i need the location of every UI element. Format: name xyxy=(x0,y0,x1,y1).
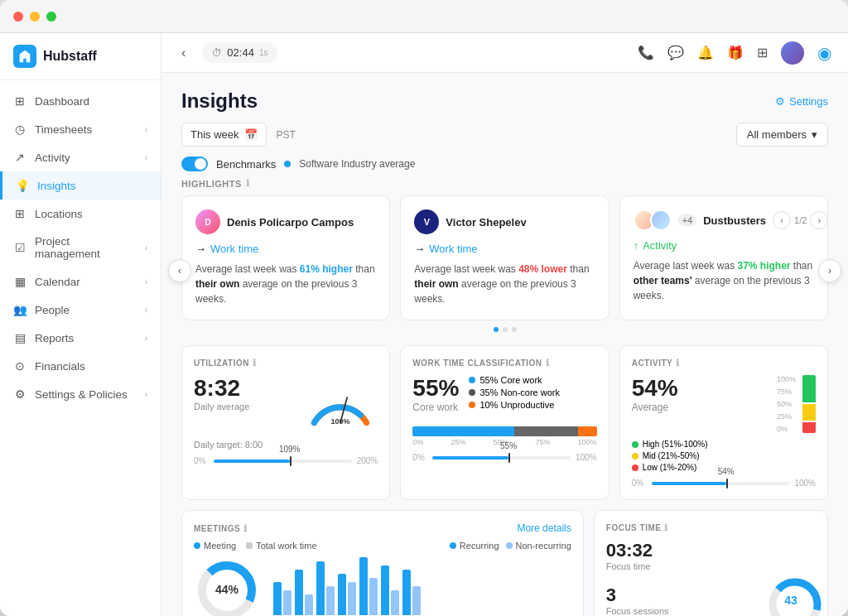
bell-icon[interactable]: 🔔 xyxy=(697,45,714,60)
wtc-label-unproductive: 10% Unproductive xyxy=(479,400,554,410)
activity-bar-high xyxy=(802,375,816,402)
back-button[interactable]: ‹ xyxy=(178,42,189,64)
gift-icon[interactable]: 🎁 xyxy=(727,45,744,60)
users-icon: 👥 xyxy=(13,303,26,316)
metric-arrow-2: → xyxy=(414,243,425,255)
date-filter[interactable]: This week 📅 xyxy=(181,123,267,147)
act-label-mid: Mid (21%-50%) xyxy=(643,451,700,460)
sidebar-item-label: Settings & Policies xyxy=(35,388,137,401)
card-nav: ‹ 1/2 › xyxy=(773,211,828,229)
utilization-sub: Daily average xyxy=(194,402,249,411)
chevron-right-icon: › xyxy=(145,243,147,253)
sidebar-item-settings-policies[interactable]: ⚙ Settings & Policies › xyxy=(0,380,161,408)
timer-display[interactable]: ⏱ 02:44 1s xyxy=(202,42,277,63)
act-dot-high xyxy=(632,441,638,448)
sidebar-item-people[interactable]: 👥 People › xyxy=(0,296,161,324)
progress-track: 109% xyxy=(214,460,352,463)
sidebar-item-label: Timesheets xyxy=(35,123,137,136)
focus-stats: 03:32 Focus time 3 Focus sessions 01:15 … xyxy=(606,540,669,616)
sidebar-item-project-management[interactable]: ☑ Project management › xyxy=(0,228,161,267)
meetings-legend: Meeting Total work time Recurring Non-re… xyxy=(194,541,571,551)
close-button[interactable] xyxy=(13,12,23,22)
sidebar-item-calendar[interactable]: ▦ Calendar › xyxy=(0,267,161,296)
members-filter-label: All members xyxy=(747,128,807,141)
sidebar-item-label: Activity xyxy=(35,152,137,164)
bar-pair-3 xyxy=(316,561,335,615)
benchmarks-toggle[interactable] xyxy=(181,156,208,171)
wtc-axis-100: 100% xyxy=(578,438,597,446)
sidebar-item-activity[interactable]: ↗ Activity › xyxy=(0,143,161,171)
metric-name-1: Work time xyxy=(210,243,258,255)
meetings-info-icon: ℹ xyxy=(243,523,248,534)
dot-3[interactable] xyxy=(512,327,517,332)
svg-text:44%: 44% xyxy=(215,583,239,596)
utilization-progress: 0% 109% 200% xyxy=(194,456,378,465)
apps-icon[interactable]: ⊞ xyxy=(757,45,768,60)
sidebar-item-label: Reports xyxy=(35,332,137,344)
act-dot-low xyxy=(632,464,638,471)
sidebar-item-financials[interactable]: ⊙ Financials xyxy=(0,352,161,380)
card-next-button[interactable]: › xyxy=(810,211,828,229)
members-filter[interactable]: All members ▾ xyxy=(736,123,828,147)
bar-pair-6 xyxy=(381,565,399,615)
bar-recurring-6 xyxy=(381,565,389,615)
wtc-dot-noncore xyxy=(469,389,475,396)
focus-time-label: Focus time xyxy=(606,561,669,571)
phone-icon[interactable]: 📞 xyxy=(638,45,654,60)
sidebar-item-dashboard[interactable]: ⊞ Dashboard xyxy=(0,87,161,115)
bar-nonrecurring-1 xyxy=(283,590,292,615)
carousel-prev-button[interactable]: ‹ xyxy=(168,259,191,282)
calendar-icon: ▦ xyxy=(13,275,26,288)
card-prev-button[interactable]: ‹ xyxy=(773,211,791,229)
utilization-card: UTILIZATION ℹ 8:32 Daily average xyxy=(181,345,390,500)
avatar[interactable] xyxy=(781,41,804,65)
maximize-button[interactable] xyxy=(46,12,56,22)
highlight-text-3: Average last week was 37% higher than ot… xyxy=(634,258,814,303)
bar-recurring-7 xyxy=(402,570,411,615)
wtc-progress-end: 100% xyxy=(576,453,597,462)
activity-info-icon: ℹ xyxy=(676,358,680,368)
progress-pct-label: 109% xyxy=(279,445,301,454)
dot-1[interactable] xyxy=(494,327,499,332)
settings-icon: ⚙ xyxy=(13,387,26,401)
carousel-next-button[interactable]: › xyxy=(818,259,841,282)
highlight-text-1: Average last week was 61% higher than th… xyxy=(195,262,376,306)
bar-nonrecurring-6 xyxy=(391,590,399,615)
dot-2[interactable] xyxy=(503,327,508,332)
focus-pct-label: 43 xyxy=(784,594,797,607)
titlebar xyxy=(0,0,848,33)
logo-text: Hubstaff xyxy=(43,49,97,64)
highlight-card-1: D Denis Policarpo Campos → Work time Ave… xyxy=(181,195,390,320)
sidebar-item-insights[interactable]: 💡 Insights xyxy=(0,171,161,200)
wtc-axis-75: 75% xyxy=(536,438,551,446)
chevron-right-icon: › xyxy=(145,125,147,134)
wtc-bar-unproductive xyxy=(578,426,596,436)
focus-info-icon: ℹ xyxy=(664,522,668,533)
grid-icon: ⊞ xyxy=(13,94,26,108)
minimize-button[interactable] xyxy=(30,12,40,22)
bar-recurring-4 xyxy=(338,574,346,615)
bar-nonrecurring-4 xyxy=(348,582,356,615)
meetings-bars xyxy=(273,557,571,615)
settings-link[interactable]: ⚙ Settings xyxy=(775,95,828,108)
sidebar-item-timesheets[interactable]: ◷ Timesheets › xyxy=(0,115,161,143)
sidebar-item-reports[interactable]: ▤ Reports › xyxy=(0,324,161,352)
meetings-title: MEETINGS ℹ xyxy=(194,523,248,534)
chat-icon[interactable]: 💬 xyxy=(667,45,684,60)
utilization-title: UTILIZATION ℹ xyxy=(194,358,378,368)
wtc-progress-start: 0% xyxy=(412,453,427,462)
wtc-progress-fill xyxy=(432,456,508,460)
activity-progress-marker: 54% xyxy=(726,479,728,488)
avatar-victor: V xyxy=(414,209,439,234)
chevron-right-icon: › xyxy=(145,334,147,343)
wtc-progress: 0% 55% 100% xyxy=(412,453,596,462)
sidebar-item-label: Financials xyxy=(35,360,147,373)
sidebar-nav: ⊞ Dashboard ◷ Timesheets › ↗ Activity › … xyxy=(0,80,161,616)
activity-progress-track: 54% xyxy=(652,482,790,485)
bar-nonrecurring-7 xyxy=(412,586,421,615)
user-name-1: Denis Policarpo Campos xyxy=(227,216,354,229)
sidebar-item-locations[interactable]: ⊞ Locations xyxy=(0,200,161,228)
sidebar-item-label: Project management xyxy=(35,235,137,260)
user-name-3: Dustbusters xyxy=(703,214,766,227)
more-details-link[interactable]: More details xyxy=(517,522,571,534)
